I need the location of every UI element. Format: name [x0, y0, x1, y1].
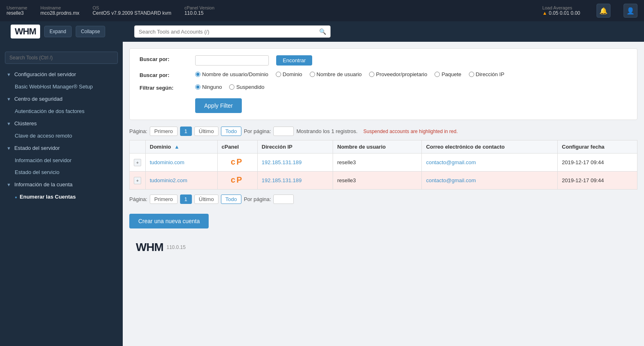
os-label: OS [92, 5, 171, 10]
sidebar-section-label-configuracion: Configuración del servidor [14, 71, 76, 77]
sidebar-section-header-estado-servidor[interactable]: ▼ Estado del servidor [0, 142, 123, 154]
sidebar-search-input[interactable] [5, 52, 118, 64]
radio-ip[interactable]: Dirección IP [469, 71, 504, 77]
main-layout: ▼ Configuración del servidor Basic WebHo… [0, 42, 644, 346]
cpanel-logo-icon: cP [230, 174, 245, 185]
filter-card: Buscar por: Encontrar Buscar por: Nombre… [129, 48, 637, 120]
radio-suspendido[interactable]: Suspendido [229, 84, 264, 90]
new-account-button[interactable]: Crear una nueva cuenta [129, 214, 209, 228]
expand-row-button[interactable]: + [134, 177, 141, 184]
username-cell: reselle3 [333, 172, 422, 190]
svg-text:c: c [231, 175, 235, 184]
top-bar: Username reselle3 Hostname mco28.prodns.… [0, 0, 644, 21]
th-ip: Dirección IP [257, 140, 333, 154]
sidebar-item-clave-acceso[interactable]: Clave de acceso remoto [0, 130, 123, 142]
todo-button-top[interactable]: Todo [221, 127, 241, 136]
th-expand [130, 140, 146, 154]
primero-button-top[interactable]: Primero [150, 127, 178, 136]
sidebar-item-basic-webhost[interactable]: Basic WebHost Manager® Setup [0, 81, 123, 93]
pagina-label-top: Página: [129, 128, 147, 134]
pagination-top: Página: Primero 1 Último Todo Por página… [129, 127, 637, 136]
search-input[interactable] [195, 55, 269, 66]
cpanel-icon[interactable]: cP [230, 156, 245, 167]
load-averages: Load Averages ▲ 0.05 0.01 0.00 [542, 5, 580, 16]
th-cpanel: cPanel [217, 140, 257, 154]
cpanel-icon[interactable]: cP [230, 174, 245, 185]
footer: WHM 110.0.15 [129, 237, 637, 258]
per-page-input-bottom[interactable]: 30 [273, 194, 294, 204]
sidebar-section-label-clusteres: Clústeres [14, 120, 37, 127]
chevron-down-icon: ▼ [7, 72, 11, 77]
radio-nombre-dominio[interactable]: Nombre de usuario/Dominio [195, 71, 268, 77]
page-number-top[interactable]: 1 [180, 127, 192, 136]
chevron-down-icon-5: ▼ [7, 182, 11, 187]
svg-text:c: c [231, 157, 235, 166]
hostname-label: Hostname [41, 5, 79, 10]
collapse-button[interactable]: Collapse [76, 26, 106, 37]
primero-button-bottom[interactable]: Primero [150, 194, 178, 204]
bullet-icon: ● [15, 195, 17, 199]
content-inner: Buscar por: Encontrar Buscar por: Nombre… [123, 42, 644, 265]
th-usuario: Nombre de usuario [333, 140, 422, 154]
header-row: WHM Expand Collapse 🔍 [0, 21, 644, 42]
page-number-bottom[interactable]: 1 [180, 194, 192, 204]
encontrar-button[interactable]: Encontrar [276, 55, 312, 66]
up-arrow-icon: ▲ [542, 10, 547, 16]
filter-controls-search: Encontrar [195, 55, 312, 66]
sidebar-section-estado-servidor: ▼ Estado del servidor Información del se… [0, 142, 123, 178]
filter-row-filtrar: Filtrar según: Ninguno Suspendido [140, 84, 627, 91]
filter-row-search: Buscar por: Encontrar [140, 55, 627, 66]
per-page-input-top[interactable]: 30 [273, 127, 294, 136]
chevron-down-icon-4: ▼ [7, 146, 11, 151]
ultimo-button-bottom[interactable]: Último [194, 194, 218, 204]
search-icon[interactable]: 🔍 [319, 28, 326, 35]
th-dominio[interactable]: Dominio ▲ [146, 140, 218, 154]
chevron-down-icon-3: ▼ [7, 121, 11, 126]
buscar-por-label-2: Buscar por: [140, 71, 189, 78]
expand-button[interactable]: Expand [44, 26, 72, 37]
sidebar-item-autenticacion[interactable]: Autenticación de dos factores [0, 105, 123, 117]
hostname-info: Hostname mco28.prodns.mx [41, 5, 79, 16]
table-header-row: Dominio ▲ cPanel Dirección IP Nombre de … [130, 140, 637, 154]
sidebar-section-header-clusteres[interactable]: ▼ Clústeres [0, 117, 123, 130]
por-pagina-label-top: Por página: [244, 128, 271, 134]
sidebar-item-enumerar-cuentas[interactable]: ●Enumerar las Cuentas [0, 191, 123, 203]
radio-nombre-usuario[interactable]: Nombre de usuario [310, 71, 362, 77]
email-cell: contacto@gmail.com [422, 172, 558, 190]
apply-filter-button[interactable]: Apply Filter [195, 98, 242, 113]
sidebar-section-header-seguridad[interactable]: ▼ Centro de seguridad [0, 93, 123, 105]
user-menu-button[interactable]: 👤 [624, 4, 637, 18]
sidebar-item-estado-servicio[interactable]: Estado del servicio [0, 166, 123, 178]
suspended-note: Suspended accounts are highlighted in re… [363, 129, 458, 134]
radio-dominio[interactable]: Dominio [276, 71, 302, 77]
table-row: +tudominio2.comcP192.185.131.189reselle3… [130, 172, 637, 190]
dominio-link[interactable]: tudominio2.com [150, 177, 187, 183]
whm-footer-logo: WHM [136, 241, 163, 254]
radio-proveedor[interactable]: Proveedor/propietario [369, 71, 427, 77]
table-row: +tudominio.comcP192.185.131.189reselle3c… [130, 154, 637, 172]
cpanel-version-info: cPanel Version 110.0.15 [185, 5, 214, 16]
expand-row-button[interactable]: + [134, 159, 141, 166]
pagina-label-bottom: Página: [129, 196, 147, 202]
global-search-input[interactable] [139, 29, 317, 35]
new-account-section: Crear una nueva cuenta [129, 208, 637, 237]
radio-paquete[interactable]: Paquete [435, 71, 461, 77]
os-value: CentOS v7.9.2009 STANDARD kvm [92, 10, 171, 16]
ultimo-button-top[interactable]: Último [194, 127, 218, 136]
email-cell: contacto@gmail.com [422, 154, 558, 172]
sidebar: ▼ Configuración del servidor Basic WebHo… [0, 42, 123, 346]
load-values: ▲ 0.05 0.01 0.00 [542, 10, 580, 16]
sidebar-section-header-info-cuenta[interactable]: ▼ Información de la cuenta [0, 178, 123, 191]
hostname-value: mco28.prodns.mx [41, 10, 79, 16]
th-email: Correo electrónico de contacto [422, 140, 558, 154]
notifications-button[interactable]: 🔔 [597, 4, 610, 18]
radio-ninguno[interactable]: Ninguno [195, 84, 222, 90]
pagination-bottom: Página: Primero 1 Último Todo Por página… [129, 194, 637, 204]
sidebar-section-header-configuracion[interactable]: ▼ Configuración del servidor [0, 68, 123, 81]
username-info: Username reselle3 [7, 5, 27, 16]
dominio-link[interactable]: tudominio.com [150, 159, 185, 165]
sidebar-item-info-servidor[interactable]: Información del servidor [0, 154, 123, 166]
ip-address: 192.185.131.189 [257, 154, 333, 172]
filter-controls-filtrar: Ninguno Suspendido [195, 84, 264, 90]
todo-button-bottom[interactable]: Todo [221, 194, 241, 204]
